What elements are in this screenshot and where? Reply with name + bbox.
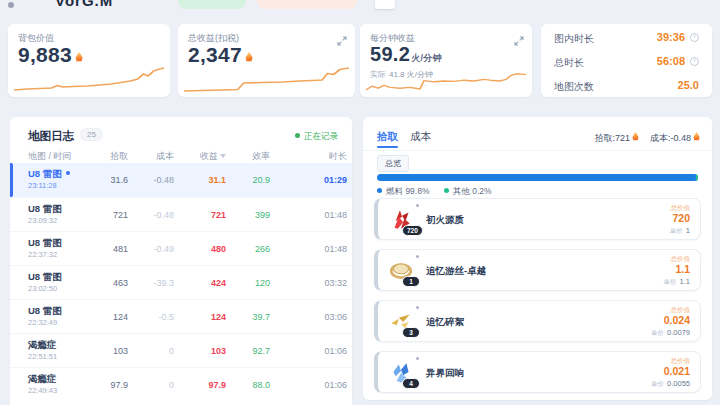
profit-value: 424 [182, 266, 226, 300]
stat-card-total-profit: 总收益(扣税) 2,347 [178, 24, 355, 97]
quality-dot-icon [416, 357, 419, 360]
table-row[interactable]: U8 雷图 23:11:28 31.6 -0.48 31.1 20.9 01:2… [10, 163, 352, 197]
sparkline-path [184, 68, 349, 91]
stat-unit: 火/分钟 [411, 53, 442, 63]
efficiency-value: 88.0 [234, 368, 270, 402]
live-dot-icon [66, 171, 70, 175]
header-badge-green[interactable] [178, 0, 246, 9]
total-value: 1.1 [675, 263, 690, 275]
map-name: U8 雷图 [28, 168, 62, 179]
unit-price-label: 单价 [670, 227, 683, 234]
total-value: 720 [672, 212, 690, 224]
pickup-value: 124 [88, 300, 128, 334]
profit-value: 31.1 [182, 163, 226, 197]
app-logo-text: VorG.M [55, 0, 113, 9]
legend-dot-fuel [377, 188, 382, 193]
item-name: 追忆碎絮 [426, 316, 464, 329]
time-label: 地图次数 [554, 80, 594, 94]
divider [363, 150, 712, 151]
total-value: 0.024 [664, 314, 690, 326]
efficiency-value: 399 [234, 198, 270, 232]
legend-value: 99.8% [405, 186, 429, 196]
item-name: 追忆游丝-卓越 [426, 265, 486, 278]
item-count-badge: 4 [402, 378, 420, 389]
duration-value: 03:32 [300, 266, 347, 300]
info-icon[interactable] [690, 33, 699, 42]
sparkline [366, 69, 526, 93]
table-row[interactable]: U8 雷图 23:02:50 463 -39.3 424 120 03:32 [10, 265, 352, 299]
loot-legend: 燃料 99.8% 其他 0.2% [377, 186, 504, 198]
stat-value: 59.2 [370, 43, 410, 65]
sparkline [14, 63, 164, 93]
overview-chip[interactable]: 总览 [377, 155, 409, 172]
quality-dot-icon [416, 255, 419, 258]
app-icon [8, 2, 14, 8]
legend-label: 其他 [453, 186, 470, 196]
legend-value: 0.2% [472, 186, 491, 196]
header-badge-pink[interactable] [257, 0, 357, 9]
loot-item-memory-gossamer[interactable]: 1 追忆游丝-卓越 总价值 1.1 单价1.1 [374, 249, 701, 291]
time-value: 39:36 [657, 31, 685, 43]
item-count-badge: 720 [402, 225, 423, 236]
loot-item-otherworld-echo[interactable]: 4 异界回响 总价值 0.021 单价0.0055 [374, 351, 701, 393]
flame-currency-icon [245, 52, 253, 62]
table-row[interactable]: 渴瘾症 22:51:51 103 0 103 92.7 01:06 [10, 333, 352, 367]
table-row[interactable]: U8 雷图 23:09:32 721 -0.48 721 399 01:48 [10, 197, 352, 231]
quality-dot-icon [416, 204, 419, 207]
profit-value: 97.9 [182, 368, 226, 402]
item-count-badge: 1 [402, 276, 420, 287]
pickup-value: 463 [88, 266, 128, 300]
cost-value: 0 [134, 368, 174, 402]
expand-icon[interactable] [337, 32, 347, 42]
legend-dot-other [444, 188, 449, 193]
profit-value: 103 [182, 334, 226, 368]
col-pickup: 拾取 [88, 150, 128, 163]
pickup-value: 103 [88, 334, 128, 368]
map-log-title: 地图日志 [28, 129, 74, 144]
duration-value: 01:48 [300, 232, 347, 266]
sort-icon [220, 154, 226, 158]
time-value: 25.0 [678, 79, 699, 91]
bar-segment-other [696, 174, 698, 181]
duration-value: 01:29 [300, 163, 347, 197]
stat-card-profit-per-minute: 每分钟收益 59.2火/分钟 实际41.8 火/分钟 [360, 24, 532, 97]
table-row[interactable]: 渴瘾症 22:49:43 97.9 0 97.9 88.0 01:06 [10, 367, 352, 401]
map-log-table-body: U8 雷图 23:11:28 31.6 -0.48 31.1 20.9 01:2… [10, 163, 352, 401]
total-value: 0.021 [664, 365, 690, 377]
info-icon[interactable] [690, 57, 699, 66]
table-row[interactable]: U8 雷图 22:32:49 124 -0.5 124 39.7 03:06 [10, 299, 352, 333]
loot-item-flame-elementium[interactable]: 720 初火源质 总价值 720 单价1 [374, 198, 701, 240]
cost-value: -0.49 [134, 232, 174, 266]
unit-price: 1 [686, 226, 690, 235]
duration-value: 03:06 [300, 300, 347, 334]
cost-value: -0.48 [134, 163, 174, 197]
recording-dot-icon [295, 133, 300, 138]
map-log-panel: 地图日志 25 正在记录 地图 / 时间 拾取 成本 收益 效率 时长 U8 雷… [10, 117, 352, 405]
pickup-value: 31.6 [88, 163, 128, 197]
loot-item-memory-shred[interactable]: 3 追忆碎絮 总价值 0.024 单价0.0079 [374, 300, 701, 342]
expand-icon[interactable] [514, 32, 524, 42]
profit-value: 721 [182, 198, 226, 232]
sparkline-path [366, 74, 526, 90]
efficiency-value: 266 [234, 232, 270, 266]
table-row[interactable]: U8 雷图 22:37:32 481 -0.49 480 266 01:48 [10, 231, 352, 265]
tab-cost[interactable]: 成本 [410, 130, 431, 144]
item-count-badge: 3 [402, 327, 420, 338]
summary-cost: 成本:-0.48 [650, 133, 691, 143]
efficiency-value: 92.7 [234, 334, 270, 368]
col-profit[interactable]: 收益 [182, 150, 226, 163]
flame-currency-icon [75, 52, 83, 62]
recording-label: 正在记录 [304, 131, 338, 141]
tab-pickup[interactable]: 拾取 [377, 130, 398, 144]
sparkline-path [14, 68, 164, 90]
time-value: 56:08 [657, 55, 685, 67]
item-name: 异界回响 [426, 367, 464, 380]
pickup-value: 481 [88, 232, 128, 266]
header-button[interactable] [375, 0, 395, 9]
efficiency-value: 20.9 [234, 163, 270, 197]
summary-pickup: 拾取:721 [594, 133, 630, 143]
time-stats-card: 图内时长 39:36 总时长 56:08 地图次数 25.0 [541, 24, 712, 97]
time-label: 图内时长 [554, 32, 594, 46]
flame-currency-icon [693, 132, 700, 141]
item-name: 初火源质 [426, 214, 464, 227]
